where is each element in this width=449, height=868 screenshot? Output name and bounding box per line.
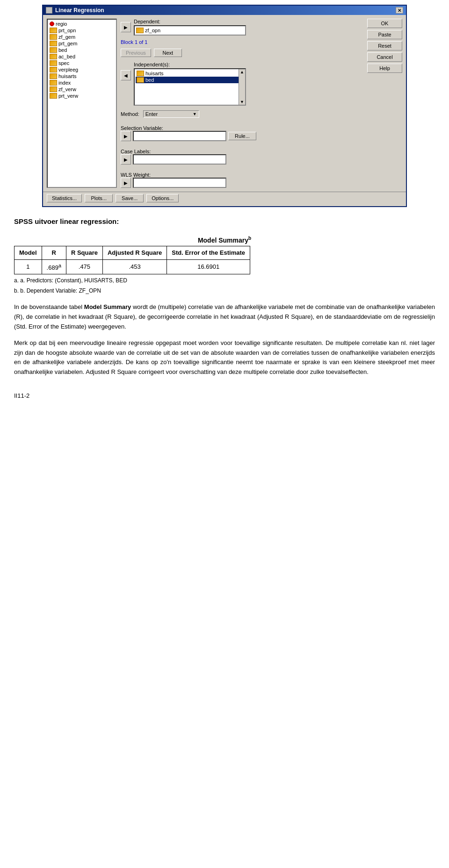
selection-input[interactable] <box>133 131 226 141</box>
var-icon-gold <box>50 28 57 33</box>
table-row: 1 .689a .475 .453 16.6901 <box>14 259 250 274</box>
independent-arrow-button[interactable]: ◀ <box>121 70 131 80</box>
var-icon-gold <box>50 41 57 46</box>
middle-panel: ▶ Dependent: zf_opn Block 1 of 1 Previou… <box>121 19 363 188</box>
var-label: ac_bed <box>58 54 75 59</box>
dialog-titlebar: Linear Regression ✕ <box>43 6 406 15</box>
save-button[interactable]: Save... <box>116 194 144 202</box>
method-value: Enter <box>145 111 158 117</box>
list-item[interactable]: bed <box>49 47 115 53</box>
content-area: SPSS uitvoer linear regression: Model Su… <box>0 207 449 410</box>
independent-listbox[interactable]: huisarts bed ▲ ▼ <box>134 68 246 106</box>
statistics-button[interactable]: Statistics... <box>47 194 82 202</box>
var-label: zf_gem <box>58 34 75 40</box>
previous-button[interactable]: Previous <box>121 49 151 57</box>
var-label: verpleeg <box>58 67 78 72</box>
right-buttons: OK Paste Reset Cancel Help <box>367 19 402 188</box>
var-label: bed <box>58 47 67 53</box>
var-label: index <box>58 80 71 86</box>
dialog-body: regio prt_opn zf_gem prt_gem bed ac_bed <box>43 15 406 192</box>
case-labels-arrow-button[interactable]: ▶ <box>121 154 131 165</box>
cell-model: 1 <box>14 259 42 274</box>
block-label: Block 1 of 1 <box>121 39 147 45</box>
var-icon-gold <box>50 34 57 40</box>
cancel-button[interactable]: Cancel <box>367 52 402 62</box>
dependent-label: Dependent: <box>134 19 246 24</box>
body-paragraph-1: In de bovenstaande tabel Model Summary w… <box>14 302 435 331</box>
list-item[interactable]: spec <box>49 60 115 66</box>
method-dropdown[interactable]: Enter ▼ <box>143 110 199 118</box>
wls-arrow-button[interactable]: ▶ <box>121 178 131 188</box>
cell-r: .689a <box>42 259 66 274</box>
list-item[interactable]: zf_verw <box>49 86 115 93</box>
dependent-input[interactable]: zf_opn <box>134 25 246 36</box>
bottom-buttons: Statistics... Plots... Save... Options..… <box>43 192 406 206</box>
list-item[interactable]: prt_gem <box>49 40 115 47</box>
options-button[interactable]: Options... <box>146 194 179 202</box>
list-item[interactable]: verpleeg <box>49 66 115 73</box>
plots-button[interactable]: Plots... <box>85 194 113 202</box>
wls-input[interactable] <box>133 178 226 188</box>
indep-item-label: huisarts <box>145 71 164 76</box>
next-button[interactable]: Next <box>154 49 182 57</box>
model-summary-table-container: Model Summaryb Model R R Square Adjusted… <box>14 235 435 295</box>
spss-heading: SPSS uitvoer linear regression: <box>14 216 435 227</box>
indep-item-huisarts[interactable]: huisarts <box>136 70 244 77</box>
help-button[interactable]: Help <box>367 64 402 73</box>
list-item[interactable]: prt_opn <box>49 27 115 34</box>
selection-label: Selection Variable: <box>121 125 363 131</box>
list-item[interactable]: prt_verw <box>49 93 115 99</box>
list-item[interactable]: regio <box>49 21 115 27</box>
footnote-a: a. a. Predictors: (Constant), HUISARTS, … <box>14 276 435 285</box>
rule-button[interactable]: Rule... <box>228 132 256 140</box>
var-icon-gold <box>50 60 57 66</box>
var-label: spec <box>58 60 69 66</box>
selection-field: ▶ Rule... <box>121 131 363 141</box>
summary-table: Model R R Square Adjusted R Square Std. … <box>14 246 250 274</box>
var-icon-red <box>50 22 54 26</box>
var-icon-gold <box>50 73 57 79</box>
case-labels-group: Case Labels: ▶ <box>121 147 363 165</box>
wls-label: WLS Weight: <box>121 172 363 178</box>
var-icon-gold <box>50 67 57 72</box>
independent-field-group: Independent(s): huisarts bed ▲ <box>134 62 246 106</box>
col-adj-r-square: Adjusted R Square <box>102 246 167 260</box>
indep-var-icon-selected <box>137 77 144 83</box>
close-button[interactable]: ✕ <box>396 7 403 14</box>
dependent-value: zf_opn <box>145 28 160 33</box>
cell-adj-r-square: .453 <box>102 259 167 274</box>
reset-button[interactable]: Reset <box>367 41 402 50</box>
indep-item-bed[interactable]: bed <box>136 77 244 83</box>
prev-next-row: Previous Next <box>121 49 363 57</box>
dependent-arrow-button[interactable]: ▶ <box>121 22 131 32</box>
var-label: prt_verw <box>58 93 78 99</box>
list-item[interactable]: zf_gem <box>49 34 115 40</box>
list-item[interactable]: ac_bed <box>49 53 115 60</box>
selection-variable-group: Selection Variable: ▶ Rule... <box>121 123 363 141</box>
method-label: Method: <box>121 111 139 117</box>
var-icon-gold <box>50 47 57 53</box>
dependent-field-group: Dependent: zf_opn <box>134 19 246 36</box>
scroll-down-arrow[interactable]: ▼ <box>239 99 245 105</box>
indep-var-icon <box>137 71 144 76</box>
selection-arrow-button[interactable]: ▶ <box>121 131 131 141</box>
col-r-square: R Square <box>66 246 102 260</box>
paste-button[interactable]: Paste <box>367 30 402 39</box>
footnote-b: b. b. Dependent Variable: ZF_OPN <box>14 287 435 295</box>
case-labels-input[interactable] <box>133 154 226 165</box>
ok-button[interactable]: OK <box>367 19 402 28</box>
col-r: R <box>42 246 66 260</box>
var-label: huisarts <box>58 73 77 79</box>
var-label: zf_verw <box>58 86 76 92</box>
dropdown-arrow-icon: ▼ <box>193 112 197 116</box>
dialog-title: Linear Regression <box>55 7 104 14</box>
dependent-var-icon <box>136 28 144 33</box>
list-item[interactable]: index <box>49 79 115 86</box>
body-paragraph-2: Merk op dat bij een meervoudige lineaire… <box>14 338 435 377</box>
wls-weight-group: WLS Weight: ▶ <box>121 170 363 188</box>
case-labels-label: Case Labels: <box>121 149 363 154</box>
scroll-up-arrow[interactable]: ▲ <box>239 69 245 75</box>
table-header-row: Model R R Square Adjusted R Square Std. … <box>14 246 250 260</box>
list-item[interactable]: huisarts <box>49 73 115 79</box>
var-icon-gold <box>50 54 57 59</box>
